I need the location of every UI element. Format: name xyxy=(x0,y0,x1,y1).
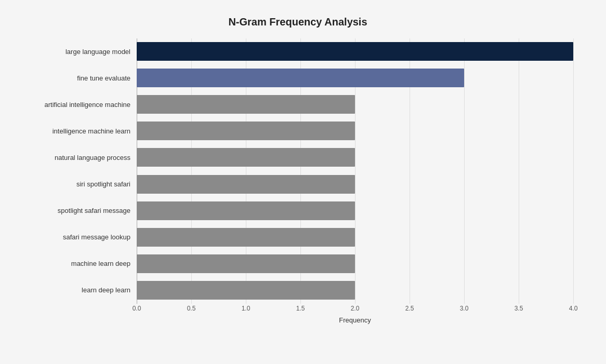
bar-row: fine tune evaluate xyxy=(22,65,573,91)
x-axis-area: 0.00.51.01.52.02.53.03.54.0 Frequency xyxy=(137,304,573,324)
x-tick-label: 4.0 xyxy=(569,305,578,312)
x-ticks: 0.00.51.01.52.02.53.03.54.0 xyxy=(137,304,573,314)
bar-fill xyxy=(137,122,355,140)
x-tick-label: 3.5 xyxy=(515,305,523,312)
bar-label: fine tune evaluate xyxy=(22,74,137,82)
bar-track xyxy=(137,199,573,222)
bar-row: natural language process xyxy=(22,144,573,171)
bar-track xyxy=(137,119,573,143)
bar-track xyxy=(137,93,573,116)
bar-fill xyxy=(137,281,355,300)
bar-row: machine learn deep xyxy=(22,250,573,277)
bar-label: spotlight safari message xyxy=(22,207,137,214)
bar-label: siri spotlight safari xyxy=(22,180,137,188)
bar-row: large language model xyxy=(22,38,573,65)
bar-row: learn deep learn xyxy=(22,277,573,303)
bar-row: spotlight safari message xyxy=(22,197,573,224)
bar-label: natural language process xyxy=(22,154,137,161)
x-tick-label: 2.5 xyxy=(405,305,414,312)
bar-row: siri spotlight safari xyxy=(22,171,573,197)
chart-container: N-Gram Frequency Analysis large language… xyxy=(17,6,589,359)
bar-label: large language model xyxy=(22,48,137,56)
chart-title: N-Gram Frequency Analysis xyxy=(22,16,573,28)
bar-fill xyxy=(137,42,573,61)
bar-track xyxy=(137,252,573,275)
x-tick-label: 1.5 xyxy=(296,305,305,312)
bar-label: intelligence machine learn xyxy=(22,127,137,135)
grid-line xyxy=(573,38,574,304)
bar-row: intelligence machine learn xyxy=(22,118,573,144)
bar-fill xyxy=(137,201,355,220)
x-axis-label: Frequency xyxy=(137,316,573,324)
bar-track xyxy=(137,172,573,196)
x-tick-label: 0.5 xyxy=(187,305,196,312)
bar-fill xyxy=(137,148,355,167)
bar-track xyxy=(137,225,573,249)
bar-fill xyxy=(137,95,355,114)
bar-label: artificial intelligence machine xyxy=(22,101,137,109)
bar-rows: large language modelfine tune evaluatear… xyxy=(22,38,573,304)
bar-track xyxy=(137,40,573,63)
bar-track xyxy=(137,278,573,302)
bar-track xyxy=(137,146,573,169)
bar-track xyxy=(137,66,573,90)
x-tick-label: 2.0 xyxy=(351,305,360,312)
bar-row: artificial intelligence machine xyxy=(22,91,573,118)
bar-row: safari message lookup xyxy=(22,224,573,250)
bar-fill xyxy=(137,254,355,273)
bar-label: safari message lookup xyxy=(22,233,137,241)
bar-fill xyxy=(137,69,464,87)
x-tick-label: 1.0 xyxy=(242,305,251,312)
bar-fill xyxy=(137,175,355,194)
x-tick-label: 0.0 xyxy=(133,305,141,312)
x-tick-label: 3.0 xyxy=(460,305,469,312)
bar-label: learn deep learn xyxy=(22,286,137,294)
bar-fill xyxy=(137,228,355,247)
bar-label: machine learn deep xyxy=(22,260,137,267)
bars-area: large language modelfine tune evaluatear… xyxy=(22,38,573,304)
